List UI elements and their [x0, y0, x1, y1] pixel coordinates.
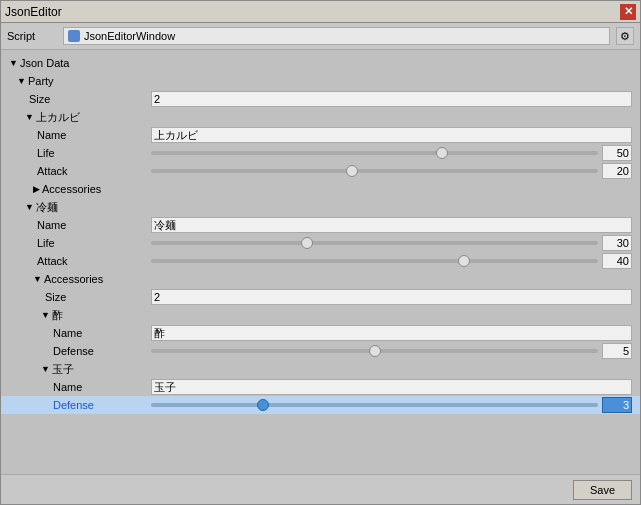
label-accessories1: Accessories [42, 183, 101, 195]
slider-thumb-life2[interactable] [301, 237, 313, 249]
slider-thumb-attack1[interactable] [346, 165, 358, 177]
tree-row-name4: Name [1, 378, 640, 396]
window-body: Script JsonEditorWindow ⚙ ▼ Json Data [1, 23, 640, 504]
content-area: ▼ Json Data ▼ Party Size [1, 50, 640, 474]
script-field[interactable]: JsonEditorWindow [63, 27, 610, 45]
tree-row-attack1: Attack [1, 162, 640, 180]
label-reimen: 冷麺 [36, 200, 58, 215]
triangle-accessories1[interactable]: ▶ [33, 184, 40, 194]
tree-row-party[interactable]: ▼ Party [1, 72, 640, 90]
json-editor-window: JsonEditor ✕ Script JsonEditorWindow ⚙ ▼… [0, 0, 641, 505]
tree-row-tamago[interactable]: ▼ 玉子 [1, 360, 640, 378]
script-label: Script [7, 30, 57, 42]
input-size1[interactable] [151, 91, 632, 107]
script-bar: Script JsonEditorWindow ⚙ [1, 23, 640, 50]
label-defense1: Defense [53, 345, 94, 357]
label-json-data: Json Data [20, 57, 70, 69]
label-ukarubi: 上カルビ [36, 110, 80, 125]
slider-life2[interactable] [151, 235, 632, 251]
slider-value-life1[interactable] [602, 145, 632, 161]
slider-track-life1[interactable] [151, 151, 598, 155]
label-name3: Name [53, 327, 82, 339]
slider-value-defense1[interactable] [602, 343, 632, 359]
input-name3[interactable] [151, 325, 632, 341]
tree-row-size1: Size [1, 90, 640, 108]
tree-row-defense2: Defense [1, 396, 640, 414]
label-attack1: Attack [37, 165, 68, 177]
slider-track-attack1[interactable] [151, 169, 598, 173]
label-accessories2: Accessories [44, 273, 103, 285]
slider-value-life2[interactable] [602, 235, 632, 251]
slider-value-defense2[interactable] [602, 397, 632, 413]
title-bar: JsonEditor ✕ [1, 1, 640, 23]
triangle-reimen[interactable]: ▼ [25, 202, 34, 212]
tree-row-defense1: Defense [1, 342, 640, 360]
slider-defense2[interactable] [151, 397, 632, 413]
triangle-ukarubi[interactable]: ▼ [25, 112, 34, 122]
input-name2[interactable] [151, 217, 632, 233]
input-name1[interactable] [151, 127, 632, 143]
close-button[interactable]: ✕ [620, 4, 636, 20]
window-title: JsonEditor [5, 5, 62, 19]
triangle-su[interactable]: ▼ [41, 310, 50, 320]
tree-row-json-data[interactable]: ▼ Json Data [1, 54, 640, 72]
slider-defense1[interactable] [151, 343, 632, 359]
tree-row-accessories1[interactable]: ▶ Accessories [1, 180, 640, 198]
slider-track-defense1[interactable] [151, 349, 598, 353]
slider-attack1[interactable] [151, 163, 632, 179]
label-tamago: 玉子 [52, 362, 74, 377]
label-size1: Size [29, 93, 50, 105]
slider-track-life2[interactable] [151, 241, 598, 245]
input-size2[interactable] [151, 289, 632, 305]
gear-button[interactable]: ⚙ [616, 27, 634, 45]
triangle-tamago[interactable]: ▼ [41, 364, 50, 374]
tree-row-name1: Name [1, 126, 640, 144]
label-size2: Size [45, 291, 66, 303]
tree-row-ukarubi[interactable]: ▼ 上カルビ [1, 108, 640, 126]
slider-track-defense2[interactable] [151, 403, 598, 407]
tree-row-attack2: Attack [1, 252, 640, 270]
triangle-json-data[interactable]: ▼ [9, 58, 18, 68]
save-button[interactable]: Save [573, 480, 632, 500]
label-defense2: Defense [53, 399, 94, 411]
tree-row-life2: Life [1, 234, 640, 252]
tree-row-size2: Size [1, 288, 640, 306]
label-name2: Name [37, 219, 66, 231]
triangle-party[interactable]: ▼ [17, 76, 26, 86]
tree-row-reimen[interactable]: ▼ 冷麺 [1, 198, 640, 216]
tree-row-accessories2[interactable]: ▼ Accessories [1, 270, 640, 288]
slider-life1[interactable] [151, 145, 632, 161]
label-attack2: Attack [37, 255, 68, 267]
slider-value-attack2[interactable] [602, 253, 632, 269]
slider-attack2[interactable] [151, 253, 632, 269]
slider-thumb-defense1[interactable] [369, 345, 381, 357]
tree-row-name2: Name [1, 216, 640, 234]
script-icon [68, 30, 80, 42]
tree-row-su[interactable]: ▼ 酢 [1, 306, 640, 324]
tree-row-name3: Name [1, 324, 640, 342]
slider-value-attack1[interactable] [602, 163, 632, 179]
tree-row-life1: Life [1, 144, 640, 162]
slider-thumb-attack2[interactable] [458, 255, 470, 267]
triangle-accessories2[interactable]: ▼ [33, 274, 42, 284]
label-name1: Name [37, 129, 66, 141]
label-party: Party [28, 75, 54, 87]
slider-thumb-defense2[interactable] [257, 399, 269, 411]
script-field-value: JsonEditorWindow [84, 30, 175, 42]
slider-track-attack2[interactable] [151, 259, 598, 263]
label-su: 酢 [52, 308, 63, 323]
label-name4: Name [53, 381, 82, 393]
label-life2: Life [37, 237, 55, 249]
bottom-bar: Save [1, 474, 640, 504]
input-name4[interactable] [151, 379, 632, 395]
label-life1: Life [37, 147, 55, 159]
slider-thumb-life1[interactable] [436, 147, 448, 159]
